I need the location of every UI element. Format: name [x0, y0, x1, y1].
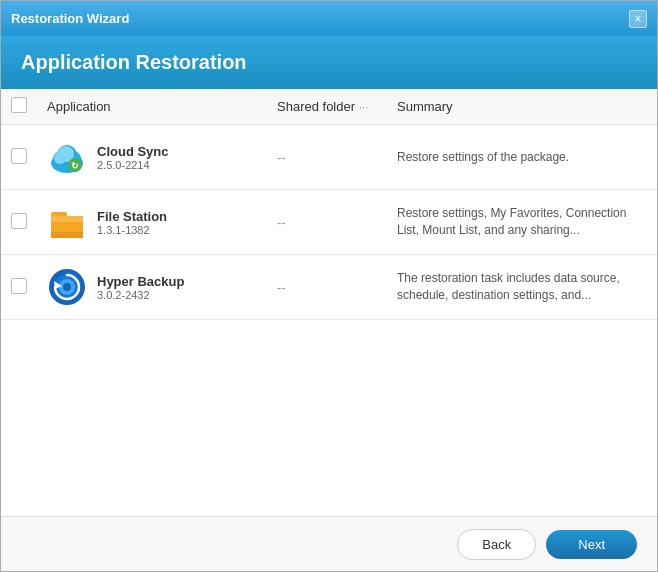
table-row: File Station1.3.1-1382--Restore settings… — [1, 190, 657, 255]
row-shared-folder-cell: -- — [267, 125, 387, 190]
row-check-cell — [1, 125, 37, 190]
cloud-sync-version: 2.5.0-2214 — [97, 159, 169, 171]
row-file-station-checkbox[interactable] — [11, 213, 27, 229]
svg-text:↻: ↻ — [71, 161, 79, 171]
row-hyper-backup-checkbox[interactable] — [11, 278, 27, 294]
row-summary-cell: The restoration task includes data sourc… — [387, 255, 657, 320]
svg-point-5 — [54, 152, 66, 164]
row-check-cell — [1, 255, 37, 320]
svg-rect-11 — [51, 232, 83, 238]
application-table: Application Shared folder ··· Summary — [1, 89, 657, 320]
row-cloud-sync-checkbox[interactable] — [11, 148, 27, 164]
header-shared-folder: Shared folder ··· — [267, 89, 387, 125]
dots-icon: ··· — [359, 101, 368, 113]
shared-folder-value: -- — [277, 215, 286, 230]
file-station-summary: Restore settings, My Favorites, Connecti… — [397, 206, 626, 237]
hyper-backup-name: Hyper Backup — [97, 274, 184, 289]
shared-folder-value: -- — [277, 280, 286, 295]
hyper-backup-icon — [47, 267, 87, 307]
hyper-backup-version: 3.0.2-2432 — [97, 289, 184, 301]
title-bar: Restoration Wizard × — [1, 1, 657, 36]
file-station-icon — [47, 202, 87, 242]
row-summary-cell: Restore settings, My Favorites, Connecti… — [387, 190, 657, 255]
shared-folder-value: -- — [277, 150, 286, 165]
cloud-sync-name: Cloud Sync — [97, 144, 169, 159]
cloud-sync-icon: ↻ — [47, 137, 87, 177]
header-section: Application Restoration — [1, 36, 657, 89]
header-application: Application — [37, 89, 267, 125]
window-title: Restoration Wizard — [11, 11, 129, 26]
restoration-wizard-window: Restoration Wizard × Application Restora… — [0, 0, 658, 572]
table-row: ↻ Cloud Sync2.5.0-2214--Restore settings… — [1, 125, 657, 190]
back-button[interactable]: Back — [457, 529, 536, 560]
header-check — [1, 89, 37, 125]
next-button[interactable]: Next — [546, 530, 637, 559]
header-summary: Summary — [387, 89, 657, 125]
row-app-cell: ↻ Cloud Sync2.5.0-2214 — [37, 125, 267, 190]
row-summary-cell: Restore settings of the package. — [387, 125, 657, 190]
row-shared-folder-cell: -- — [267, 255, 387, 320]
svg-rect-10 — [51, 216, 83, 222]
application-table-container: Application Shared folder ··· Summary — [1, 89, 657, 516]
row-check-cell — [1, 190, 37, 255]
cloud-sync-summary: Restore settings of the package. — [397, 150, 569, 164]
row-app-cell: File Station1.3.1-1382 — [37, 190, 267, 255]
close-button[interactable]: × — [629, 10, 647, 28]
hyper-backup-summary: The restoration task includes data sourc… — [397, 271, 620, 302]
table-row: Hyper Backup3.0.2-2432--The restoration … — [1, 255, 657, 320]
main-content: Application Shared folder ··· Summary — [1, 89, 657, 516]
select-all-checkbox[interactable] — [11, 97, 27, 113]
table-header-row: Application Shared folder ··· Summary — [1, 89, 657, 125]
file-station-version: 1.3.1-1382 — [97, 224, 167, 236]
page-title: Application Restoration — [21, 51, 637, 74]
file-station-name: File Station — [97, 209, 167, 224]
row-shared-folder-cell: -- — [267, 190, 387, 255]
row-app-cell: Hyper Backup3.0.2-2432 — [37, 255, 267, 320]
svg-point-15 — [63, 283, 71, 291]
footer: Back Next — [1, 516, 657, 571]
